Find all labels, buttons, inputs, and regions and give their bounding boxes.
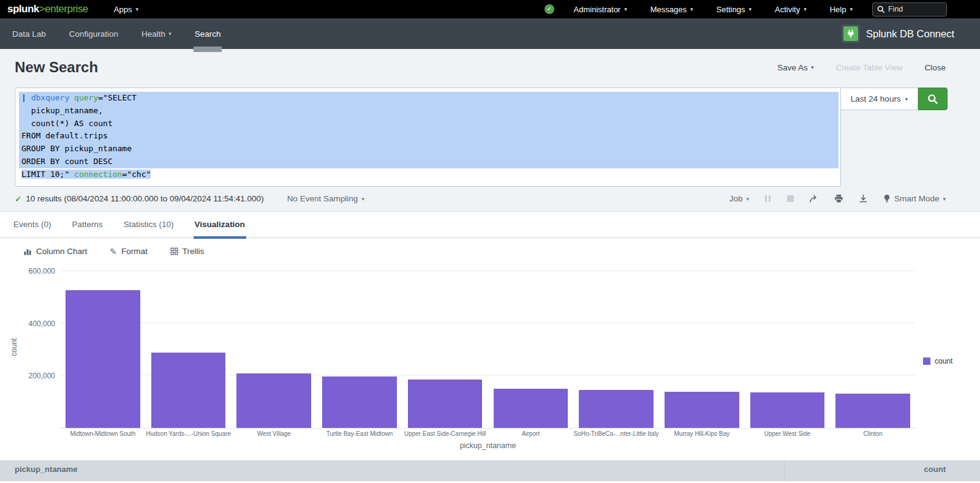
search-submit-button[interactable] (918, 88, 948, 110)
chevron-down-icon: ▾ (746, 196, 749, 202)
save-as-button[interactable]: Save As▾ (777, 63, 813, 72)
bar-column (231, 266, 317, 428)
query-line: ORDER BY count DESC (19, 155, 839, 168)
job-menu[interactable]: Job▾ (729, 194, 749, 203)
tab-patterns[interactable]: Patterns (71, 211, 104, 238)
x-tick-label: SoHo-TriBeCa-...nter-Little Italy (573, 430, 659, 437)
visualization-toolbar: Column Chart ✎ Format Trellis (0, 238, 980, 256)
trellis-button[interactable]: Trellis (170, 247, 205, 256)
activity-menu[interactable]: Activity▾ (771, 5, 810, 14)
chevron-down-icon: ▾ (361, 196, 364, 202)
x-tick-label: West Village (231, 430, 317, 437)
messages-menu[interactable]: Messages▾ (647, 5, 697, 14)
x-tick-label: Airport (488, 430, 574, 437)
bar-column (317, 266, 402, 428)
pencil-icon: ✎ (110, 247, 117, 256)
bar-column (488, 266, 574, 428)
bar-6[interactable] (579, 390, 654, 427)
time-range-picker[interactable]: Last 24 hours▾ (841, 88, 918, 110)
bar-3[interactable] (322, 376, 397, 428)
chevron-down-icon: ▾ (690, 6, 693, 12)
query-line: pickup_ntaname, (19, 105, 839, 118)
search-mode-selector[interactable]: Smart Mode▾ (883, 194, 946, 203)
bar-1[interactable] (151, 353, 226, 428)
bar-4[interactable] (408, 380, 483, 428)
bar-column (659, 266, 745, 428)
chevron-down-icon: ▾ (905, 96, 908, 102)
nav-item-health[interactable]: Health▾ (141, 18, 172, 49)
search-bar: | dbxquery query="SELECT pickup_ntaname,… (0, 86, 980, 187)
search-query-editor[interactable]: | dbxquery query="SELECT pickup_ntaname,… (15, 88, 841, 187)
chevron-down-icon: ▾ (748, 6, 752, 12)
nav-item-data-lab[interactable]: Data Lab (12, 18, 46, 49)
bars-row (60, 266, 916, 428)
x-tick-label: Midtown-Midtown South (60, 430, 146, 437)
column-header-pickup-ntaname[interactable]: pickup_ntaname (15, 465, 78, 474)
nav-item-configuration[interactable]: Configuration (69, 18, 118, 49)
results-tabs: Events (0) Patterns Statistics (10) Visu… (0, 211, 980, 238)
legend-item-count[interactable]: count (923, 357, 980, 365)
find-search-box[interactable] (872, 2, 947, 17)
plot-area (60, 266, 916, 429)
results-bar: ✓ 10 results (08/04/2024 11:00:00.000 to… (0, 187, 980, 211)
create-table-view-button[interactable]: Create Table View (835, 63, 902, 72)
plug-icon (843, 26, 858, 41)
db-connect-icon-plate (842, 24, 860, 43)
share-icon[interactable] (809, 194, 819, 204)
query-line: GROUP BY pickup_ntaname (19, 143, 839, 155)
bar-column (830, 266, 916, 428)
chevron-down-icon: ▾ (943, 196, 946, 202)
chevron-down-icon: ▾ (624, 6, 627, 12)
chevron-down-icon: ▾ (804, 6, 807, 12)
query-line: | dbxquery query="SELECT (19, 92, 839, 105)
bar-9[interactable] (835, 394, 910, 427)
bar-2[interactable] (236, 373, 311, 428)
bar-7[interactable] (665, 392, 739, 428)
splunk-logo[interactable]: splunk>enterprise (7, 3, 88, 15)
app-nav-bar: Data Lab Configuration Health▾ Search Sp… (0, 18, 980, 49)
close-button[interactable]: Close (924, 63, 946, 72)
chart-type-picker[interactable]: Column Chart (23, 247, 87, 256)
health-status-badge[interactable]: ✓ (545, 4, 554, 14)
x-axis-title: pickup_ntaname (60, 441, 916, 450)
pause-icon[interactable] (764, 195, 772, 202)
tab-statistics[interactable]: Statistics (10) (123, 211, 175, 238)
print-icon[interactable] (834, 194, 843, 203)
settings-menu[interactable]: Settings▾ (713, 5, 756, 14)
apps-menu[interactable]: Apps▾ (110, 5, 142, 14)
query-line: FROM default.trips (19, 130, 839, 143)
y-axis-title: count (6, 266, 22, 429)
export-icon[interactable] (859, 194, 868, 203)
query-line: LIMIT 10;" connection="chc" (19, 168, 839, 181)
bar-0[interactable] (66, 290, 140, 427)
x-tick-label: Hudson Yards-...-Union Square (146, 430, 232, 437)
query-line: count(*) AS count (19, 118, 839, 130)
page-title: New Search (15, 59, 98, 76)
format-button[interactable]: ✎ Format (110, 247, 148, 256)
x-tick-label: Upper West Side (745, 430, 831, 437)
column-header-count[interactable]: count (924, 465, 946, 474)
x-tick-label: Murray Hill-Kips Bay (659, 430, 745, 437)
results-summary: 10 results (08/04/2024 11:00:00.000 to 0… (26, 194, 263, 203)
x-tick-label: Clinton (830, 430, 916, 437)
lightbulb-icon (883, 194, 891, 203)
y-tick-label: 600,000 (29, 267, 55, 275)
y-axis-ticks: 200,000400,000600,000 (22, 266, 60, 429)
stop-icon[interactable] (787, 195, 794, 202)
user-menu[interactable]: Administrator▾ (570, 5, 631, 14)
find-input[interactable] (888, 5, 943, 13)
search-icon (877, 6, 885, 13)
nav-item-search[interactable]: Search (195, 18, 221, 49)
bar-8[interactable] (750, 392, 825, 427)
top-bar: splunk>enterprise Apps▾ ✓ Administrator▾… (0, 0, 980, 18)
event-sampling-dropdown[interactable]: No Event Sampling▾ (287, 194, 364, 203)
column-chart: count 200,000400,000600,000 count (6, 266, 980, 429)
app-identity[interactable]: Splunk DB Connect (842, 24, 954, 43)
x-tick-label: Upper East Side-Carnegie Hill (402, 430, 488, 437)
bar-column (745, 266, 831, 428)
tab-visualization[interactable]: Visualization (194, 211, 246, 238)
tab-events[interactable]: Events (0) (12, 211, 53, 238)
bar-5[interactable] (494, 389, 568, 427)
help-menu[interactable]: Help▾ (826, 5, 856, 14)
search-icon (927, 94, 938, 105)
